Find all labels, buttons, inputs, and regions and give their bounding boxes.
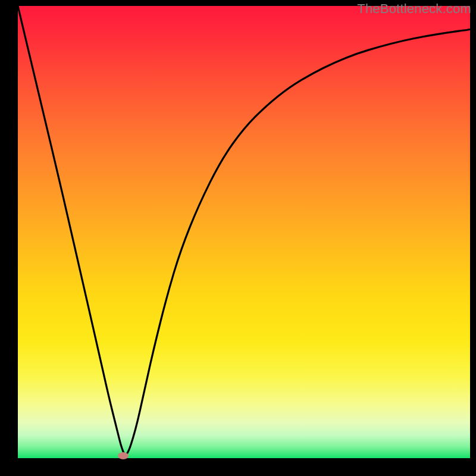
plot-area	[18, 6, 470, 458]
chart-frame: TheBottleneck.com	[0, 0, 476, 476]
bottleneck-curve	[18, 6, 470, 458]
watermark-text: TheBottleneck.com	[357, 1, 471, 17]
optimum-marker	[118, 452, 129, 459]
